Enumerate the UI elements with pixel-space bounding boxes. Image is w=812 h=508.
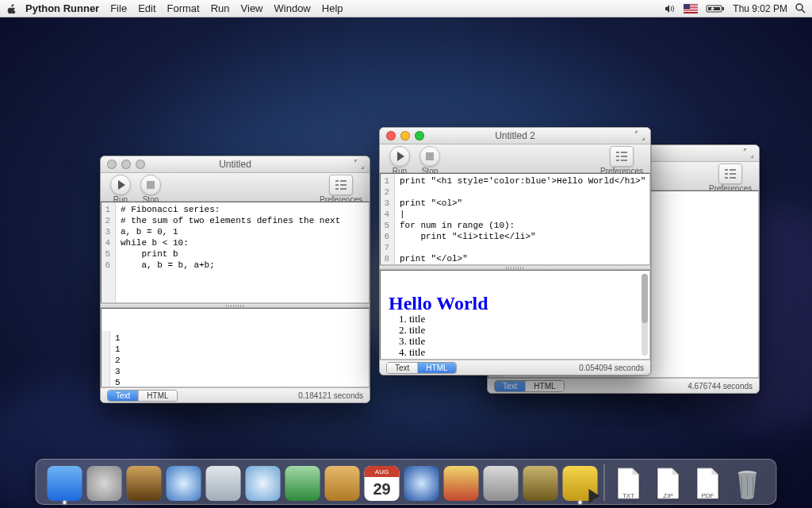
svg-point-10 [796, 4, 802, 10]
code-editor[interactable]: 1 2 3 4 5 6 # Fibonacci series: # the su… [101, 202, 370, 303]
output-mode-segmented[interactable]: Text HTML [494, 380, 565, 392]
dock-app-itunes[interactable] [404, 466, 439, 501]
menu-view[interactable]: View [241, 2, 263, 14]
window-hello-world[interactable]: Untitled 2 Run Stop Preferences 1 2 3 4 … [379, 127, 651, 375]
output-list: titletitletitletitletitletitle [409, 314, 642, 360]
list-item: title [409, 325, 642, 336]
statusbar: Text HTML 0.054094 seconds [380, 360, 650, 375]
dock-trash[interactable] [730, 466, 765, 501]
dock-file-pdf[interactable]: PDF [691, 466, 726, 501]
svg-line-11 [802, 10, 805, 13]
battery-icon[interactable] [706, 4, 725, 13]
timing-label: 0.054094 seconds [579, 364, 644, 372]
close-button[interactable] [386, 131, 396, 140]
dock-app-app-store[interactable] [167, 466, 201, 501]
output-mode-segmented[interactable]: Text HTML [107, 390, 178, 402]
menu-window[interactable]: Window [274, 2, 311, 14]
svg-rect-5 [684, 11, 698, 12]
preferences-button[interactable]: Preferences [708, 164, 753, 193]
dock-app-safari[interactable] [246, 466, 281, 501]
dock-app-facetime[interactable] [285, 466, 320, 501]
dock-app-finder[interactable] [48, 466, 82, 501]
dock-app-mission-control[interactable] [127, 466, 162, 501]
output-pane[interactable]: 1 1 2 3 5 8 [101, 308, 370, 387]
fullscreen-icon[interactable] [354, 159, 365, 170]
output-heading: Hello World [389, 298, 642, 309]
menubar: Python Runner File Edit Format Run View … [0, 0, 812, 17]
zoom-button[interactable] [415, 131, 424, 140]
titlebar[interactable]: Untitled [101, 156, 370, 173]
window-fibonacci[interactable]: Untitled Run Stop Preferences 1 2 3 4 5 … [100, 156, 370, 403]
code-editor[interactable]: 1 2 3 4 5 6 7 8 print "<h1 style='color:… [380, 173, 650, 265]
dock-app-calendar[interactable]: AUG29 [365, 466, 400, 501]
dock-file-zip[interactable]: ZIP [651, 466, 686, 501]
menu-edit[interactable]: Edit [138, 2, 155, 14]
window-title: Untitled [219, 159, 251, 170]
run-button[interactable]: Run [107, 175, 134, 204]
window-title: Untitled 2 [495, 130, 535, 141]
volume-icon[interactable] [665, 4, 676, 13]
list-item: title [409, 336, 642, 347]
output-mode-html[interactable]: HTML [417, 363, 455, 373]
output-mode-segmented[interactable]: Text HTML [386, 362, 457, 374]
input-flag-icon[interactable] [684, 4, 698, 13]
svg-rect-4 [684, 10, 698, 10]
statusbar: Text HTML 0.184121 seconds [101, 387, 370, 402]
svg-rect-6 [684, 4, 690, 9]
stop-button[interactable]: Stop [416, 146, 443, 175]
fullscreen-icon[interactable] [743, 148, 754, 159]
list-item: title [409, 314, 642, 325]
menubar-clock[interactable]: Thu 9:02 PM [733, 3, 787, 14]
dock-separator [604, 464, 605, 501]
list-item: title [409, 347, 642, 358]
output-mode-text[interactable]: Text [495, 381, 525, 391]
menu-format[interactable]: Format [167, 2, 200, 14]
scrollbar[interactable] [642, 274, 648, 356]
timing-label: 4.676744 seconds [688, 382, 753, 391]
stop-button[interactable]: Stop [137, 175, 164, 204]
preferences-button[interactable]: Preferences [599, 146, 644, 175]
fullscreen-icon[interactable] [634, 130, 645, 141]
svg-rect-9 [708, 7, 720, 10]
output-pane[interactable]: Hello Worldtitletitletitletitletitletitl… [380, 270, 650, 360]
list-item: title [409, 358, 642, 360]
minimize-button[interactable] [400, 131, 410, 140]
dock-app-launchpad[interactable] [87, 466, 122, 501]
dock-app-preview[interactable] [523, 466, 558, 501]
output-mode-html[interactable]: HTML [525, 381, 563, 391]
titlebar[interactable]: Untitled 2 [380, 128, 650, 144]
minimize-button[interactable] [121, 160, 131, 169]
run-button[interactable]: Run [386, 146, 413, 175]
app-name[interactable]: Python Runner [25, 2, 99, 14]
menu-run[interactable]: Run [211, 2, 230, 14]
toolbar: Run Stop Preferences [380, 144, 650, 173]
dock-app-mail[interactable] [206, 466, 241, 501]
menu-help[interactable]: Help [322, 2, 343, 14]
statusbar: Text HTML 4.676744 seconds [488, 378, 759, 393]
timing-label: 0.184121 seconds [298, 391, 363, 400]
toolbar: Run Stop Preferences [101, 173, 370, 202]
dock-app-python-runner[interactable] [563, 466, 598, 501]
dock-file-txt[interactable]: TXT [611, 466, 646, 501]
dock-app-preferences[interactable] [484, 466, 519, 501]
menu-file[interactable]: File [110, 2, 127, 14]
preferences-button[interactable]: Preferences [319, 175, 363, 204]
zoom-button[interactable] [136, 160, 145, 169]
spotlight-icon[interactable] [795, 3, 806, 13]
output-mode-text[interactable]: Text [387, 363, 417, 373]
output-mode-html[interactable]: HTML [138, 391, 176, 401]
dock-app-iphoto[interactable] [444, 466, 479, 501]
close-button[interactable] [107, 160, 117, 169]
apple-menu[interactable] [6, 3, 25, 14]
output-mode-text[interactable]: Text [108, 391, 138, 401]
dock: AUG29TXTZIPPDF [36, 459, 777, 505]
svg-rect-8 [722, 7, 724, 10]
dock-app-contacts[interactable] [325, 466, 360, 501]
